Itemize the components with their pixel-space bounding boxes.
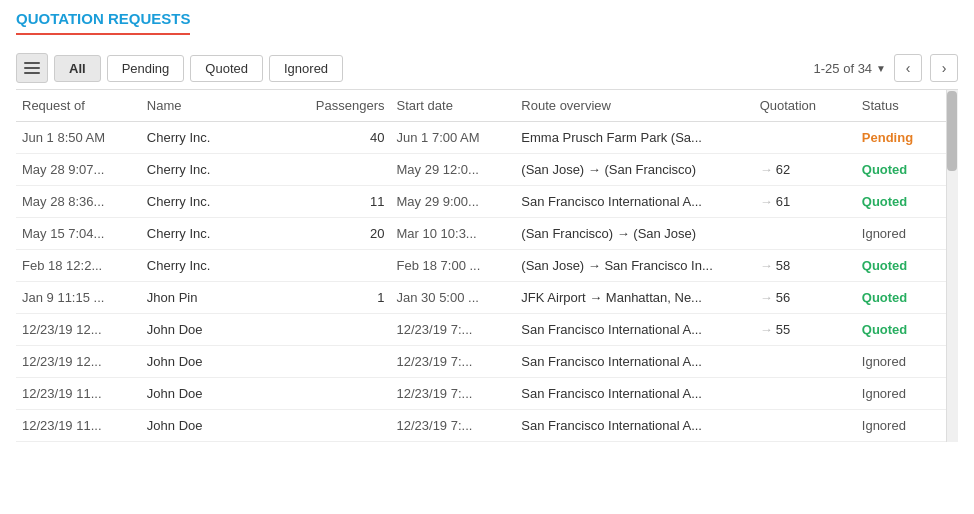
table-body: Jun 1 8:50 AM Cherry Inc. 40 Jun 1 7:00 … bbox=[16, 122, 958, 442]
table-row[interactable]: 12/23/19 12... John Doe 12/23/19 7:... S… bbox=[16, 346, 958, 378]
table-header: Request of Name Passengers Start date Ro… bbox=[16, 90, 958, 122]
cell-request: May 15 7:04... bbox=[16, 218, 141, 250]
menu-icon-bar1 bbox=[24, 62, 40, 64]
table-row[interactable]: May 28 9:07... Cherry Inc. May 29 12:0..… bbox=[16, 154, 958, 186]
cell-startdate: 12/23/19 7:... bbox=[391, 378, 516, 410]
cell-status: Ignored bbox=[856, 218, 958, 250]
cell-passengers bbox=[288, 378, 390, 410]
cell-name: John Doe bbox=[141, 314, 289, 346]
cell-startdate: May 29 9:00... bbox=[391, 186, 516, 218]
col-header-quotation: Quotation bbox=[754, 90, 856, 122]
cell-startdate: Jun 1 7:00 AM bbox=[391, 122, 516, 154]
prev-button[interactable]: ‹ bbox=[894, 54, 922, 82]
quotation-table: Request of Name Passengers Start date Ro… bbox=[16, 90, 958, 442]
pagination-dropdown-icon[interactable]: ▼ bbox=[876, 63, 886, 74]
cell-startdate: May 29 12:0... bbox=[391, 154, 516, 186]
cell-request: May 28 8:36... bbox=[16, 186, 141, 218]
menu-icon-bar3 bbox=[24, 72, 40, 74]
cell-status: Quoted bbox=[856, 154, 958, 186]
toolbar: All Pending Quoted Ignored 1-25 of 34 ▼ … bbox=[16, 47, 958, 90]
cell-status: Ignored bbox=[856, 410, 958, 442]
next-button[interactable]: › bbox=[930, 54, 958, 82]
pagination-info: 1-25 of 34 ▼ bbox=[814, 61, 886, 76]
cell-startdate: Jan 30 5:00 ... bbox=[391, 282, 516, 314]
cell-name: John Doe bbox=[141, 378, 289, 410]
cell-quotation: →61 bbox=[754, 186, 856, 218]
cell-status: Quoted bbox=[856, 314, 958, 346]
menu-button[interactable] bbox=[16, 53, 48, 83]
cell-status: Ignored bbox=[856, 378, 958, 410]
cell-startdate: 12/23/19 7:... bbox=[391, 410, 516, 442]
table-row[interactable]: 12/23/19 11... John Doe 12/23/19 7:... S… bbox=[16, 410, 958, 442]
table-row[interactable]: Jan 9 11:15 ... Jhon Pin 1 Jan 30 5:00 .… bbox=[16, 282, 958, 314]
cell-status: Quoted bbox=[856, 186, 958, 218]
cell-route: (San Jose) → San Francisco In... bbox=[515, 250, 753, 282]
cell-status: Quoted bbox=[856, 250, 958, 282]
cell-request: Jun 1 8:50 AM bbox=[16, 122, 141, 154]
cell-route: (San Jose) → (San Francisco) bbox=[515, 154, 753, 186]
arrow-icon: → bbox=[760, 322, 773, 337]
cell-name: John Doe bbox=[141, 346, 289, 378]
cell-status: Quoted bbox=[856, 282, 958, 314]
cell-quotation: →55 bbox=[754, 314, 856, 346]
cell-passengers bbox=[288, 410, 390, 442]
toolbar-right: 1-25 of 34 ▼ ‹ › bbox=[814, 54, 958, 82]
table-wrapper: Request of Name Passengers Start date Ro… bbox=[16, 90, 958, 442]
cell-passengers: 40 bbox=[288, 122, 390, 154]
table-row[interactable]: May 15 7:04... Cherry Inc. 20 Mar 10 10:… bbox=[16, 218, 958, 250]
col-header-passengers: Passengers bbox=[288, 90, 390, 122]
col-header-startdate: Start date bbox=[391, 90, 516, 122]
cell-passengers: 20 bbox=[288, 218, 390, 250]
cell-quotation bbox=[754, 122, 856, 154]
page-container: QUOTATION REQUESTS All Pending Quoted Ig… bbox=[0, 0, 974, 452]
cell-startdate: 12/23/19 7:... bbox=[391, 314, 516, 346]
cell-name: John Doe bbox=[141, 410, 289, 442]
menu-icon-bar2 bbox=[24, 67, 40, 69]
cell-route: (San Francisco) → (San Jose) bbox=[515, 218, 753, 250]
cell-startdate: Mar 10 10:3... bbox=[391, 218, 516, 250]
scrollbar-thumb[interactable] bbox=[947, 91, 957, 171]
cell-request: Feb 18 12:2... bbox=[16, 250, 141, 282]
cell-route: Emma Prusch Farm Park (Sa... bbox=[515, 122, 753, 154]
cell-route: San Francisco International A... bbox=[515, 186, 753, 218]
toolbar-left: All Pending Quoted Ignored bbox=[16, 53, 343, 83]
scrollbar[interactable] bbox=[946, 90, 958, 442]
cell-quotation: →62 bbox=[754, 154, 856, 186]
tab-pending[interactable]: Pending bbox=[107, 55, 185, 82]
cell-request: 12/23/19 12... bbox=[16, 346, 141, 378]
cell-request: 12/23/19 11... bbox=[16, 410, 141, 442]
cell-status: Ignored bbox=[856, 346, 958, 378]
cell-route: San Francisco International A... bbox=[515, 410, 753, 442]
tab-all[interactable]: All bbox=[54, 55, 101, 82]
cell-passengers bbox=[288, 346, 390, 378]
arrow-icon: → bbox=[760, 162, 773, 177]
table-row[interactable]: May 28 8:36... Cherry Inc. 11 May 29 9:0… bbox=[16, 186, 958, 218]
table-row[interactable]: Feb 18 12:2... Cherry Inc. Feb 18 7:00 .… bbox=[16, 250, 958, 282]
cell-quotation bbox=[754, 346, 856, 378]
cell-passengers bbox=[288, 250, 390, 282]
cell-quotation bbox=[754, 218, 856, 250]
cell-passengers bbox=[288, 314, 390, 346]
cell-quotation bbox=[754, 410, 856, 442]
cell-name: Cherry Inc. bbox=[141, 154, 289, 186]
page-title: QUOTATION REQUESTS bbox=[16, 10, 190, 35]
cell-passengers bbox=[288, 154, 390, 186]
arrow-icon: → bbox=[760, 258, 773, 273]
cell-quotation bbox=[754, 378, 856, 410]
table-row[interactable]: 12/23/19 11... John Doe 12/23/19 7:... S… bbox=[16, 378, 958, 410]
arrow-icon: → bbox=[760, 290, 773, 305]
cell-name: Cherry Inc. bbox=[141, 122, 289, 154]
cell-status: Pending bbox=[856, 122, 958, 154]
cell-name: Cherry Inc. bbox=[141, 218, 289, 250]
tab-ignored[interactable]: Ignored bbox=[269, 55, 343, 82]
cell-route: San Francisco International A... bbox=[515, 378, 753, 410]
cell-startdate: 12/23/19 7:... bbox=[391, 346, 516, 378]
cell-quotation: →58 bbox=[754, 250, 856, 282]
col-header-request: Request of bbox=[16, 90, 141, 122]
table-row[interactable]: 12/23/19 12... John Doe 12/23/19 7:... S… bbox=[16, 314, 958, 346]
table-row[interactable]: Jun 1 8:50 AM Cherry Inc. 40 Jun 1 7:00 … bbox=[16, 122, 958, 154]
tab-quoted[interactable]: Quoted bbox=[190, 55, 263, 82]
cell-quotation: →56 bbox=[754, 282, 856, 314]
cell-startdate: Feb 18 7:00 ... bbox=[391, 250, 516, 282]
cell-request: Jan 9 11:15 ... bbox=[16, 282, 141, 314]
